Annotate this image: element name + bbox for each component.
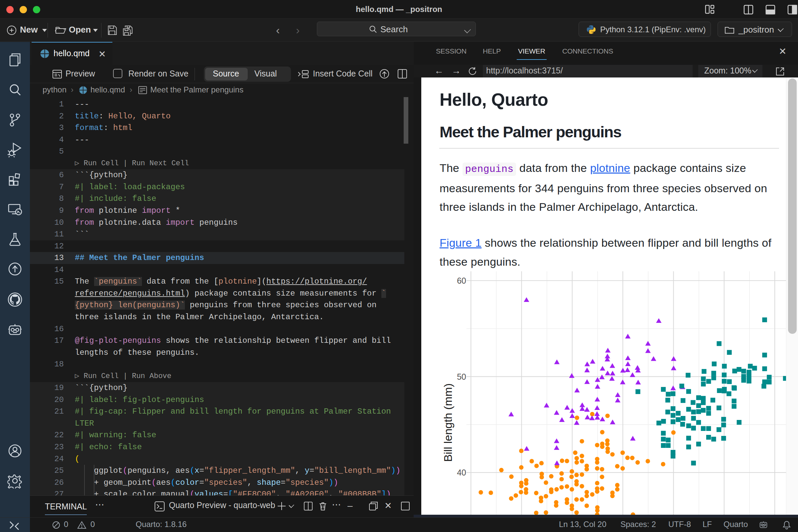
svg-text:Bill length (mm): Bill length (mm)	[441, 383, 454, 462]
svg-text:50: 50	[457, 372, 466, 381]
svg-text:60: 60	[457, 276, 466, 285]
svg-text:40: 40	[457, 468, 466, 477]
